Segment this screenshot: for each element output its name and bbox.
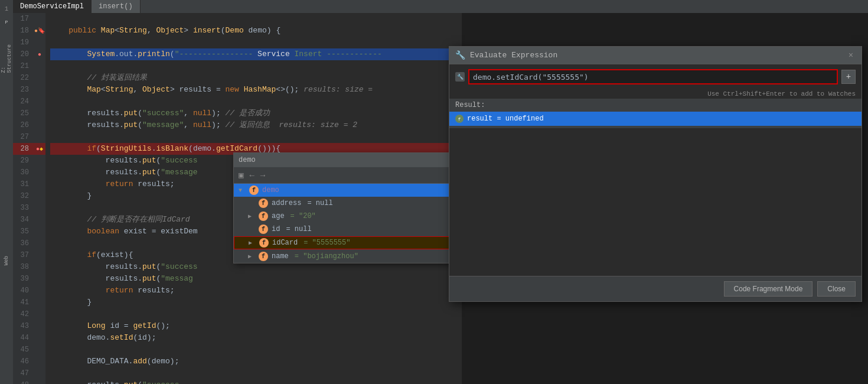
eval-title-bar: 🔧 Evaluate Expression × — [449, 47, 862, 64]
ac-key-id: id — [272, 225, 280, 233]
sidebar-icon-structure[interactable]: Z: Structure — [1, 53, 12, 64]
code-line-46: DEMO_DATA.add(demo); — [50, 356, 462, 367]
eval-result-value: result = undefined — [467, 115, 544, 123]
code-line-44: demo.setId(id); — [50, 332, 462, 344]
code-line-19 — [50, 37, 462, 48]
eval-title: Evaluate Expression — [470, 51, 557, 60]
eval-icon: 🔧 — [455, 50, 465, 60]
code-line-18: public Map<String, Object> insert(Demo d… — [50, 25, 462, 37]
code-line-48: results.put("success — [50, 379, 462, 384]
ac-key-address: address — [272, 199, 301, 207]
eval-result-icon: f — [455, 115, 464, 123]
eval-dialog: 🔧 Evaluate Expression × 🔧 + Use Ctrl+Shi… — [449, 46, 862, 302]
sidebar-icon-project[interactable]: P — [1, 16, 12, 28]
code-line-43: Long id = getId(); — [50, 320, 462, 332]
tab-bar: DemoServiceImpl insert() — [13, 0, 868, 13]
ac-expand-demo: ▼ — [239, 187, 246, 194]
ac-expand-age: ▶ — [248, 213, 255, 220]
eval-expression-row: 🔧 + — [449, 64, 862, 89]
ac-key-idcard: idCard — [272, 239, 298, 247]
code-line-42 — [50, 308, 462, 320]
ac-badge-demo: f — [249, 186, 259, 195]
eval-footer: Code Fragment Mode Close — [449, 276, 862, 301]
ac-expand-name: ▶ — [248, 253, 255, 260]
autocomplete-title: demo — [239, 156, 256, 164]
code-line-20: System.out.println("---------------- Ser… — [50, 48, 462, 60]
ac-tool-back[interactable]: ← — [248, 170, 255, 181]
ac-value-address: = null — [307, 199, 332, 207]
tab-label-1: DemoServiceImpl — [20, 2, 84, 11]
ac-key-name: name — [272, 252, 289, 261]
ac-value-age: = "20" — [291, 212, 316, 220]
eval-close-button[interactable]: Close — [817, 281, 856, 297]
code-line-45 — [50, 344, 462, 356]
eval-result-label: Result: — [449, 99, 862, 112]
eval-add-watch-button[interactable]: + — [841, 70, 856, 84]
eval-expression-input[interactable] — [468, 69, 838, 84]
ac-key-demo: demo — [262, 186, 279, 194]
eval-small-icon: 🔧 — [455, 72, 465, 82]
eval-close-icon[interactable]: × — [846, 51, 856, 60]
left-sidebar: 1 P Z: Structure Web — [0, 0, 13, 384]
eval-hint: Use Ctrl+Shift+Enter to add to Watches — [449, 89, 862, 99]
ac-badge-age: f — [259, 211, 268, 221]
ac-tool-copy[interactable]: ▣ — [237, 169, 244, 181]
line-numbers: 17 18●🔖 19 20● 21 22 23 24 25 26 27 28●◆… — [13, 13, 45, 384]
ac-value-id: = null — [286, 225, 311, 233]
code-line-21 — [50, 60, 462, 72]
code-line-25: results.put("success", null); // 是否成功 — [50, 108, 462, 119]
ac-tool-forward[interactable]: → — [259, 170, 266, 181]
sidebar-icon-1[interactable]: 1 — [1, 3, 12, 15]
code-line-27 — [50, 131, 462, 143]
eval-spacer — [449, 128, 862, 276]
code-line-41: } — [50, 297, 462, 308]
code-line-24 — [50, 96, 462, 108]
code-line-39: results.put("messag — [50, 273, 462, 285]
sidebar-icon-web[interactable]: Web — [1, 255, 12, 266]
tab-insert[interactable]: insert() — [92, 0, 141, 13]
tab-demoserviceimpl[interactable]: DemoServiceImpl — [13, 0, 92, 13]
ac-value-name: = "bojiangzhou" — [295, 252, 358, 261]
ac-expand-idcard: ▶ — [249, 239, 256, 246]
tab-label-2: insert() — [99, 2, 133, 11]
code-line-23: Map<String, Object> results = new HashMa… — [50, 84, 462, 96]
code-line-17 — [50, 13, 462, 25]
ac-badge-name: f — [259, 252, 268, 261]
ac-badge-address: f — [259, 198, 268, 208]
code-line-47 — [50, 367, 462, 379]
eval-result-row: f result = undefined — [449, 112, 862, 126]
right-edge — [862, 0, 868, 384]
ac-badge-id: f — [259, 224, 268, 234]
eval-code-fragment-button[interactable]: Code Fragment Mode — [724, 281, 813, 297]
code-line-40: return results; — [50, 285, 462, 297]
ac-value-idcard: = "5555555" — [304, 239, 350, 247]
ac-key-age: age — [272, 212, 285, 220]
ac-badge-idcard: f — [259, 238, 269, 248]
code-line-22: // 封装返回结果 — [50, 72, 462, 84]
code-line-26: results.put("message", null); // 返回信息 re… — [50, 119, 462, 131]
